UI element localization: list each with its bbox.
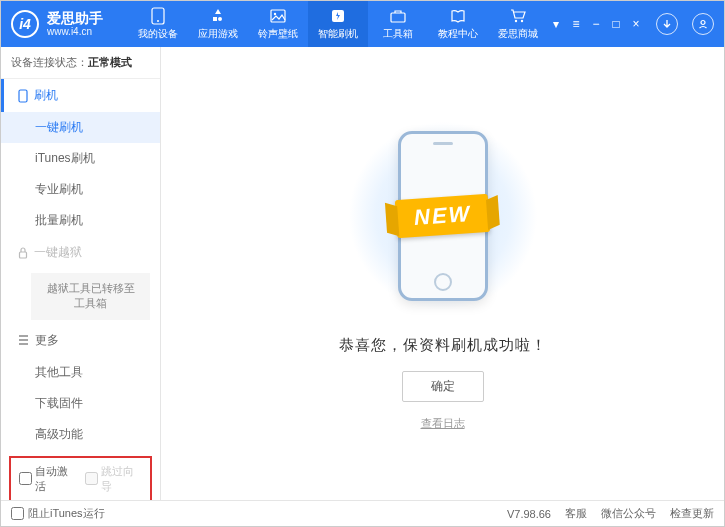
app-title: 爱思助手 www.i4.cn: [47, 11, 103, 37]
nav-ringtones[interactable]: 铃声壁纸: [248, 1, 308, 47]
sidebar-item-oneclick-flash[interactable]: 一键刷机: [1, 112, 160, 143]
sidebar-item-itunes-flash[interactable]: iTunes刷机: [1, 143, 160, 174]
svg-rect-5: [391, 13, 405, 22]
sidebar-section-more[interactable]: 更多: [1, 324, 160, 357]
sidebar: 设备连接状态：正常模式 刷机 一键刷机 iTunes刷机 专业刷机 批量刷机 一…: [1, 47, 161, 500]
options-group: 自动激活 跳过向导: [9, 456, 152, 500]
minimize-icon[interactable]: −: [590, 16, 602, 32]
cart-icon: [509, 7, 527, 25]
svg-rect-10: [20, 252, 27, 258]
apps-icon: [209, 7, 227, 25]
image-icon: [269, 7, 287, 25]
sidebar-item-download-firmware[interactable]: 下载固件: [1, 388, 160, 419]
checkbox-auto-activate[interactable]: 自动激活: [19, 464, 77, 494]
toolbox-icon: [389, 7, 407, 25]
nav-store[interactable]: 爱思商城: [488, 1, 548, 47]
sidebar-item-batch-flash[interactable]: 批量刷机: [1, 205, 160, 236]
svg-rect-9: [19, 90, 27, 102]
sidebar-section-flash[interactable]: 刷机: [1, 79, 160, 112]
device-status: 设备连接状态：正常模式: [1, 47, 160, 79]
nav-tutorials[interactable]: 教程中心: [428, 1, 488, 47]
phone-small-icon: [18, 89, 28, 103]
maximize-icon[interactable]: □: [610, 16, 622, 32]
svg-point-1: [157, 20, 159, 22]
checkbox-block-itunes[interactable]: 阻止iTunes运行: [11, 506, 105, 521]
nav-apps[interactable]: 应用游戏: [188, 1, 248, 47]
view-log-link[interactable]: 查看日志: [421, 416, 465, 431]
nav-toolbox[interactable]: 工具箱: [368, 1, 428, 47]
list-icon: [18, 335, 29, 345]
sidebar-item-pro-flash[interactable]: 专业刷机: [1, 174, 160, 205]
main-content: NEW 恭喜您，保资料刷机成功啦！ 确定 查看日志: [161, 47, 724, 500]
svg-point-3: [274, 13, 276, 15]
sidebar-item-advanced[interactable]: 高级功能: [1, 419, 160, 450]
lock-icon: [18, 247, 28, 259]
phone-icon: [149, 7, 167, 25]
ok-button[interactable]: 确定: [402, 371, 484, 402]
footer-check-update[interactable]: 检查更新: [670, 506, 714, 521]
nav-flash[interactable]: 智能刷机: [308, 1, 368, 47]
svg-point-6: [515, 20, 517, 22]
window-controls: ▾ ≡ − □ ×: [550, 13, 714, 35]
checkbox-skip-guide[interactable]: 跳过向导: [85, 464, 143, 494]
success-illustration: NEW: [368, 116, 518, 316]
jailbreak-note: 越狱工具已转移至工具箱: [31, 273, 150, 320]
svg-point-8: [701, 21, 705, 25]
user-button[interactable]: [692, 13, 714, 35]
menu-icon[interactable]: ▾: [550, 16, 562, 32]
close-icon[interactable]: ×: [630, 16, 642, 32]
app-logo-icon: i4: [11, 10, 39, 38]
titlebar: i4 爱思助手 www.i4.cn 我的设备 应用游戏 铃声壁纸 智能刷机: [1, 1, 724, 47]
flash-icon: [329, 7, 347, 25]
sidebar-item-other-tools[interactable]: 其他工具: [1, 357, 160, 388]
footer-wechat[interactable]: 微信公众号: [601, 506, 656, 521]
options-icon[interactable]: ≡: [570, 16, 582, 32]
footer-customer-service[interactable]: 客服: [565, 506, 587, 521]
top-nav: 我的设备 应用游戏 铃声壁纸 智能刷机 工具箱 教程中心: [128, 1, 550, 47]
book-icon: [449, 7, 467, 25]
new-ribbon: NEW: [395, 194, 491, 238]
download-button[interactable]: [656, 13, 678, 35]
svg-point-7: [521, 20, 523, 22]
version-label: V7.98.66: [507, 508, 551, 520]
footer: 阻止iTunes运行 V7.98.66 客服 微信公众号 检查更新: [1, 500, 724, 526]
sidebar-section-jailbreak: 一键越狱: [1, 236, 160, 269]
nav-my-device[interactable]: 我的设备: [128, 1, 188, 47]
success-message: 恭喜您，保资料刷机成功啦！: [339, 336, 547, 355]
